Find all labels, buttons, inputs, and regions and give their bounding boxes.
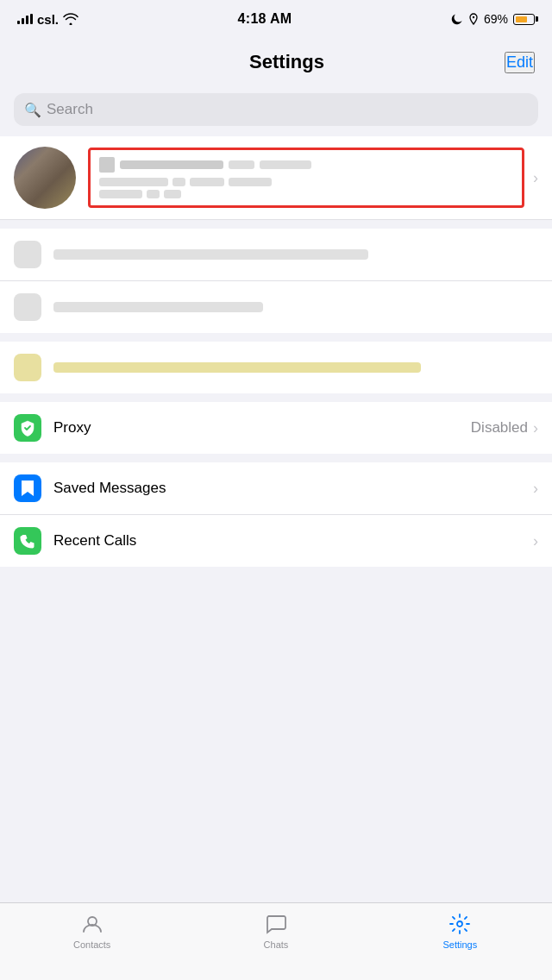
shield-icon bbox=[19, 419, 36, 437]
contacts-tab-label: Contacts bbox=[73, 939, 110, 950]
messages-section: Saved Messages › Recent Calls › bbox=[0, 462, 552, 567]
location-icon bbox=[468, 13, 479, 25]
avatar bbox=[14, 147, 76, 209]
placeholder-icon-3 bbox=[14, 354, 41, 381]
moon-icon bbox=[451, 13, 463, 25]
profile-chevron-icon: › bbox=[533, 169, 538, 187]
tab-settings[interactable]: Settings bbox=[368, 912, 552, 950]
search-section: 🔍 Search bbox=[0, 86, 552, 136]
saved-messages-row[interactable]: Saved Messages › bbox=[0, 462, 552, 515]
status-time: 4:18 AM bbox=[238, 11, 292, 27]
search-icon: 🔍 bbox=[24, 102, 41, 118]
tab-bar: Contacts Chats Settings bbox=[0, 902, 552, 980]
search-placeholder-text: Search bbox=[47, 101, 93, 118]
status-left: csl. bbox=[17, 12, 78, 27]
bookmark-icon bbox=[20, 479, 35, 498]
profile-username-line bbox=[99, 178, 513, 186]
status-bar: csl. 4:18 AM 69% bbox=[0, 0, 552, 38]
profile-sub-line bbox=[99, 190, 513, 198]
svg-point-2 bbox=[457, 921, 462, 927]
settings-tab-label: Settings bbox=[442, 939, 477, 950]
edit-button[interactable]: Edit bbox=[505, 52, 535, 73]
profile-info-box bbox=[88, 148, 524, 208]
profile-name-icon bbox=[99, 157, 115, 173]
placeholder-text-1 bbox=[53, 249, 368, 260]
recent-calls-icon bbox=[14, 527, 41, 555]
page-title: Settings bbox=[249, 51, 324, 73]
placeholder-row-2[interactable] bbox=[0, 281, 552, 333]
proxy-value: Disabled bbox=[471, 419, 528, 437]
chats-tab-icon bbox=[264, 912, 288, 936]
tab-chats[interactable]: Chats bbox=[184, 912, 367, 950]
proxy-label: Proxy bbox=[53, 419, 471, 437]
placeholder-icon-1 bbox=[14, 241, 41, 268]
saved-messages-label: Saved Messages bbox=[53, 480, 533, 497]
svg-point-0 bbox=[473, 16, 474, 18]
status-right: 69% bbox=[451, 12, 535, 26]
saved-messages-chevron-icon: › bbox=[533, 480, 538, 498]
placeholder-text-2 bbox=[53, 302, 263, 312]
recent-calls-row[interactable]: Recent Calls › bbox=[0, 515, 552, 567]
proxy-chevron-icon: › bbox=[533, 419, 538, 437]
proxy-section: Proxy Disabled › bbox=[0, 402, 552, 454]
recent-calls-chevron-icon: › bbox=[533, 532, 538, 550]
tab-contacts[interactable]: Contacts bbox=[0, 912, 184, 950]
battery-percent: 69% bbox=[484, 12, 508, 26]
recent-calls-label: Recent Calls bbox=[53, 532, 533, 550]
profile-name-line bbox=[99, 157, 513, 173]
placeholder-icon-2 bbox=[14, 293, 41, 321]
nav-bar: Settings Edit bbox=[0, 38, 552, 86]
wifi-icon bbox=[63, 13, 78, 25]
contacts-tab-icon bbox=[80, 912, 104, 936]
settings-tab-icon bbox=[448, 912, 472, 936]
placeholder-row-3[interactable] bbox=[0, 342, 552, 393]
placeholder-text-3 bbox=[53, 362, 421, 373]
battery-icon bbox=[513, 14, 535, 25]
chats-tab-label: Chats bbox=[264, 939, 289, 950]
carrier-label: csl. bbox=[37, 12, 59, 27]
phone-icon bbox=[19, 532, 36, 550]
placeholder-section-2 bbox=[0, 342, 552, 393]
signal-icon bbox=[17, 14, 33, 24]
proxy-row[interactable]: Proxy Disabled › bbox=[0, 402, 552, 454]
proxy-icon bbox=[14, 414, 41, 442]
placeholder-row-1[interactable] bbox=[0, 229, 552, 281]
profile-section[interactable]: › bbox=[0, 136, 552, 220]
placeholder-section-1 bbox=[0, 229, 552, 333]
profile-name-text bbox=[120, 160, 223, 169]
saved-messages-icon bbox=[14, 474, 41, 502]
search-bar[interactable]: 🔍 Search bbox=[14, 93, 538, 126]
